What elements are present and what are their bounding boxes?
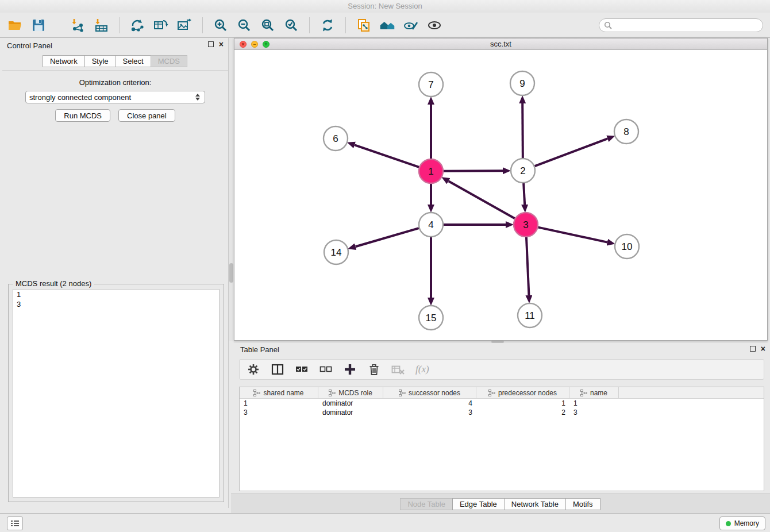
vertical-scrollbar[interactable]	[229, 263, 233, 283]
node-8[interactable]: 8	[614, 119, 638, 144]
tab-select[interactable]: Select	[116, 55, 151, 67]
close-panel-icon[interactable]: ×	[219, 41, 224, 48]
table-cell[interactable]: 3	[569, 408, 619, 417]
node-label: 11	[525, 310, 535, 321]
zoom-out-icon[interactable]	[236, 17, 252, 33]
mcds-result-title: MCDS result (2 nodes)	[13, 279, 94, 288]
node-15[interactable]: 15	[419, 306, 443, 330]
edge-4-14[interactable]	[356, 228, 419, 246]
table-cell[interactable]: 3	[240, 408, 318, 417]
table-body: 1dominator4113dominator323	[240, 399, 764, 417]
panel-splitter[interactable]	[229, 38, 234, 341]
table-row[interactable]: 1dominator411	[240, 399, 764, 408]
edge-3-1[interactable]	[448, 181, 514, 218]
node-2[interactable]: 2	[511, 159, 535, 183]
close-table-panel-icon[interactable]: ×	[761, 345, 765, 352]
graph-canvas[interactable]: 7968124314101511	[234, 50, 767, 340]
network-arrow-icon[interactable]	[129, 17, 145, 33]
select-stepper-icon	[195, 94, 200, 101]
float-table-panel-icon[interactable]	[750, 346, 756, 352]
tab-network[interactable]: Network	[43, 55, 85, 67]
home-icon[interactable]	[379, 17, 395, 33]
table-cell[interactable]: dominator	[318, 399, 383, 408]
edge-3-10[interactable]	[538, 228, 607, 242]
export-image-icon[interactable]	[176, 17, 192, 33]
add-column-icon[interactable]	[343, 363, 357, 376]
run-mcds-button[interactable]: Run MCDS	[55, 109, 110, 122]
node-11[interactable]: 11	[518, 303, 542, 327]
network-window-titlebar[interactable]: scc.txt × – +	[234, 38, 767, 50]
edge-2-8[interactable]	[535, 138, 608, 166]
tab-mcds[interactable]: MCDS	[151, 55, 187, 67]
delete-column-icon[interactable]	[367, 363, 381, 376]
table-cell[interactable]: dominator	[318, 408, 383, 417]
mcds-result-item[interactable]: 3	[13, 299, 219, 309]
node-6[interactable]: 6	[324, 126, 348, 151]
node-1[interactable]: 1	[419, 159, 443, 183]
minimize-window-icon[interactable]: –	[251, 41, 258, 48]
select-all-icon[interactable]	[295, 363, 309, 376]
zoom-selected-icon[interactable]	[283, 17, 299, 33]
refresh-icon[interactable]	[319, 17, 336, 33]
mcds-result-list[interactable]: 13	[13, 289, 220, 498]
delete-table-icon[interactable]	[391, 363, 405, 376]
toolbar-separator	[119, 17, 120, 33]
table-cell[interactable]: 1	[476, 399, 569, 408]
edge-1-2[interactable]	[444, 171, 503, 171]
column-header-MCDS-role[interactable]: MCDS role	[318, 387, 383, 398]
tab-edge-table[interactable]: Edge Table	[452, 498, 505, 510]
table-cell[interactable]: 4	[383, 399, 476, 408]
style-eye-icon[interactable]	[403, 17, 419, 33]
function-builder-icon[interactable]: f(x)	[415, 364, 429, 375]
column-header-predecessor-nodes[interactable]: predecessor nodes	[476, 387, 569, 398]
node-4[interactable]: 4	[419, 213, 443, 237]
tab-node-table[interactable]: Node Table	[400, 498, 453, 510]
deselect-all-icon[interactable]	[319, 363, 333, 376]
copy-network-icon[interactable]	[356, 17, 372, 33]
float-panel-icon[interactable]	[208, 41, 214, 47]
import-table-icon[interactable]	[93, 17, 109, 33]
node-3[interactable]: 3	[514, 213, 538, 237]
save-icon[interactable]	[30, 17, 47, 33]
edge-2-3[interactable]	[523, 183, 525, 205]
column-header-shared-name[interactable]: shared name	[240, 387, 318, 398]
import-network-icon[interactable]	[70, 17, 86, 33]
table-row[interactable]: 3dominator323	[240, 408, 764, 417]
column-header-successor-nodes[interactable]: successor nodes	[383, 387, 476, 398]
tab-style[interactable]: Style	[84, 55, 116, 67]
open-file-icon[interactable]	[7, 17, 23, 33]
show-columns-icon[interactable]	[271, 363, 284, 376]
network-table-icon[interactable]	[153, 17, 169, 33]
maximize-window-icon[interactable]: +	[263, 41, 270, 48]
memory-button[interactable]: Memory	[719, 516, 765, 530]
edge-1-6[interactable]	[355, 145, 419, 167]
gear-icon[interactable]	[247, 363, 260, 376]
column-header-name[interactable]: name	[569, 387, 619, 398]
close-panel-button[interactable]: Close panel	[118, 109, 175, 122]
table-panel: Table Panel ×	[231, 343, 770, 513]
table-cell[interactable]: 1	[240, 399, 318, 408]
mcds-result-item[interactable]: 1	[13, 290, 219, 299]
zoom-fit-icon[interactable]	[260, 17, 276, 33]
table-cell[interactable]: 1	[569, 399, 619, 408]
search-field[interactable]	[599, 18, 763, 32]
table-cell[interactable]: 3	[383, 408, 476, 417]
close-window-icon[interactable]: ×	[240, 41, 247, 48]
node-7[interactable]: 7	[419, 72, 443, 97]
tab-motifs[interactable]: Motifs	[565, 498, 600, 510]
window-titlebar[interactable]: Session: New Session	[0, 0, 770, 13]
node-10[interactable]: 10	[615, 234, 639, 259]
task-history-button[interactable]	[7, 516, 23, 530]
zoom-in-icon[interactable]	[213, 17, 229, 33]
optimization-criterion-select[interactable]: strongly connected component	[25, 91, 205, 103]
node-label: 15	[426, 313, 437, 323]
tab-network-table[interactable]: Network Table	[504, 498, 566, 510]
search-input[interactable]	[615, 20, 758, 30]
node-9[interactable]: 9	[510, 71, 534, 95]
edge-2-9[interactable]	[522, 103, 523, 158]
optimization-criterion-label: Optimization criterion:	[2, 78, 228, 87]
node-14[interactable]: 14	[324, 240, 348, 264]
table-cell[interactable]: 2	[476, 408, 569, 417]
eye-icon[interactable]	[426, 17, 442, 33]
edge-3-11[interactable]	[526, 237, 529, 295]
